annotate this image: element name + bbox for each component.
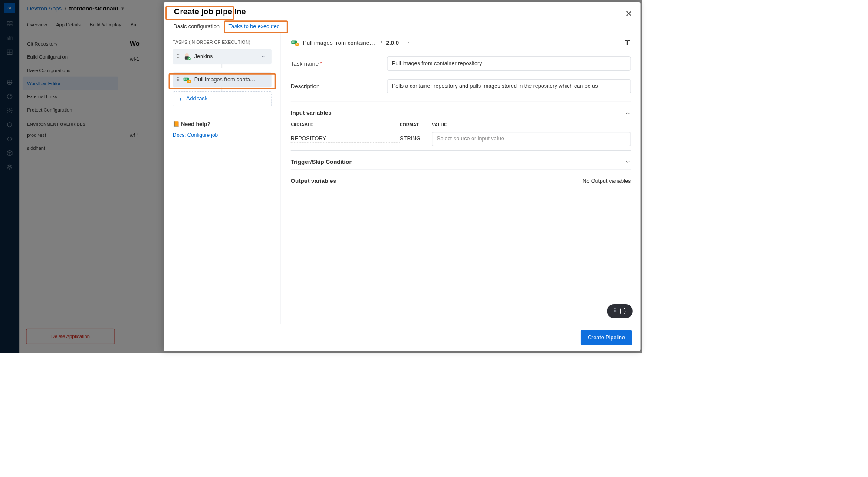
plus-icon: ＋ bbox=[178, 95, 183, 103]
add-task-label: Add task bbox=[186, 96, 207, 102]
connector-line bbox=[222, 64, 222, 68]
need-help-label: 📙 Need help? bbox=[173, 121, 272, 128]
task-detail-header: Pull images from container … / 2.0.0 bbox=[291, 39, 631, 46]
tasks-section-label: TASKS (IN ORDER OF EXECUTION) bbox=[173, 40, 272, 45]
chevron-down-icon[interactable] bbox=[407, 40, 412, 46]
modal-title: Create job pipeline bbox=[173, 7, 247, 16]
book-icon[interactable] bbox=[624, 39, 631, 46]
container-icon bbox=[291, 39, 299, 46]
task-menu-icon[interactable]: ⋯ bbox=[259, 53, 269, 60]
svg-point-11 bbox=[185, 53, 189, 57]
add-task-button[interactable]: ＋ Add task bbox=[173, 91, 272, 106]
task-name-label: Task name * bbox=[291, 60, 387, 67]
svg-rect-20 bbox=[293, 41, 294, 43]
input-variables-toggle[interactable]: Input variables bbox=[291, 109, 631, 116]
var-name: REPOSITORY bbox=[291, 135, 400, 142]
create-pipeline-button[interactable]: Create Pipeline bbox=[581, 330, 632, 345]
col-variable: VARIABLE bbox=[291, 122, 400, 127]
tab-basic-configuration[interactable]: Basic configuration bbox=[173, 20, 220, 33]
braces-icon bbox=[619, 307, 627, 315]
output-none-text: No Output variables bbox=[582, 178, 631, 185]
drag-handle-icon: ⠿ bbox=[613, 310, 616, 312]
task-name-trunc: Pull images from container … bbox=[303, 40, 377, 46]
docs-link[interactable]: Docs: Configure job bbox=[173, 132, 272, 138]
create-job-pipeline-modal: Create job pipeline Basic configuration … bbox=[164, 2, 640, 351]
task-label: Pull images from contain… bbox=[194, 76, 256, 83]
task-name-input[interactable] bbox=[387, 56, 631, 71]
svg-rect-15 bbox=[184, 78, 185, 80]
task-label: Jenkins bbox=[194, 53, 256, 60]
jenkins-icon bbox=[183, 53, 191, 60]
floating-scope-button[interactable]: ⠿ bbox=[607, 304, 633, 318]
col-value: VALUE bbox=[432, 122, 631, 127]
task-item-pull-images[interactable]: ⠿ Pull images from contain… ⋯ bbox=[173, 72, 272, 88]
container-icon bbox=[183, 76, 191, 83]
task-menu-icon[interactable]: ⋯ bbox=[259, 76, 269, 83]
task-version: 2.0.0 bbox=[386, 40, 399, 46]
trigger-skip-toggle[interactable]: Trigger/Skip Condition bbox=[291, 159, 631, 166]
chevron-down-icon bbox=[625, 159, 631, 165]
output-variables-section: Output variables No Output variables bbox=[291, 178, 631, 185]
drag-handle-icon[interactable]: ⠿ bbox=[176, 56, 179, 57]
task-item-jenkins[interactable]: ⠿ Jenkins ⋯ bbox=[173, 49, 272, 64]
close-icon[interactable] bbox=[625, 9, 634, 18]
tab-tasks-to-be-executed[interactable]: Tasks to be executed bbox=[228, 20, 280, 33]
chevron-up-icon bbox=[625, 110, 631, 116]
col-format: FORMAT bbox=[400, 122, 432, 127]
description-label: Description bbox=[291, 83, 387, 90]
connector-line bbox=[222, 87, 222, 91]
svg-rect-16 bbox=[185, 78, 186, 80]
var-format: STRING bbox=[400, 136, 432, 142]
svg-rect-19 bbox=[292, 41, 293, 43]
var-value-input[interactable] bbox=[432, 132, 631, 146]
description-input[interactable] bbox=[387, 79, 631, 93]
drag-handle-icon[interactable]: ⠿ bbox=[176, 79, 179, 80]
